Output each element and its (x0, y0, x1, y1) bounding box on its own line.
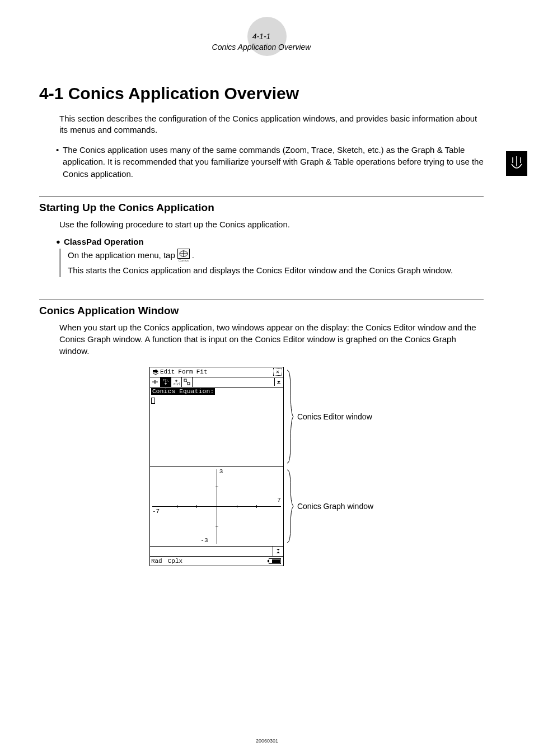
device-exec-button[interactable] (273, 547, 283, 556)
section1-heading: Starting Up the Conics Application (39, 202, 484, 214)
conics-graph-pane[interactable]: 3 7 -7 -3 (150, 467, 283, 547)
header-page-number: 4-1-1 (39, 31, 484, 42)
running-header: 4-1-1 Conics Application Overview (39, 22, 484, 53)
tool-icon-2-selected[interactable]: f(x,y) (161, 377, 171, 387)
device-menubar: Edit Form Fit ✕ (150, 367, 283, 377)
conics-editor-pane[interactable]: Conics Equation: (150, 388, 283, 467)
section2-heading: Conics Application Window (39, 305, 484, 317)
intro-paragraph: This section describes the configuration… (59, 113, 484, 136)
svg-text:x(y): x(y) (174, 382, 180, 385)
menu-fit[interactable]: Fit (196, 368, 208, 375)
proc1-text-b: . (192, 249, 194, 262)
brace-icon (286, 466, 294, 546)
status-mode-cplx: Cplx (168, 558, 182, 564)
device-screenshot: Edit Form Fit ✕ f(x,y) x(y) Conics Equat… (149, 367, 284, 566)
main-title: 4-1 Conics Application Overview (39, 84, 484, 103)
axis-tick (216, 526, 218, 526)
callout-graph: Conics Graph window (286, 466, 373, 546)
brace-icon (286, 367, 294, 466)
conics-app-icon-glyph (177, 249, 190, 259)
callout-editor-label: Conics Editor window (297, 412, 372, 421)
graph-label-top: 3 (219, 468, 223, 475)
axis-tick (216, 487, 218, 487)
graph-label-left: -7 (152, 508, 160, 515)
classpad-op-heading: ● ClassPad Operation (56, 237, 484, 246)
tool-icon-4[interactable] (182, 377, 193, 387)
graph-label-bottom: -3 (200, 537, 208, 544)
battery-icon (269, 558, 281, 564)
device-toolbar: f(x,y) x(y) (150, 377, 283, 388)
section-rule-2 (39, 300, 484, 300)
side-tab-icon (506, 151, 527, 176)
device-input-row (150, 547, 283, 557)
op-bullet-icon: ● (56, 237, 64, 246)
callout-graph-label: Conics Graph window (297, 502, 373, 511)
procedure-line-1: On the application menu, tap Conics . (68, 249, 484, 262)
device-screenshot-group: Edit Form Fit ✕ f(x,y) x(y) Conics Equat… (39, 367, 484, 566)
footer-number: 20060301 (256, 738, 278, 744)
conics-app-icon-label: Conics (179, 259, 189, 262)
section-rule (39, 197, 484, 197)
procedure-line-2: This starts the Conics application and d… (68, 264, 484, 277)
device-input-field[interactable] (150, 547, 273, 556)
y-axis (217, 469, 217, 544)
menu-edit[interactable]: Edit (160, 368, 175, 375)
tool-icon-1[interactable] (150, 377, 161, 387)
status-mode-rad: Rad (151, 558, 162, 564)
callout-editor: Conics Editor window (286, 367, 373, 466)
device-status-bar: Rad Cplx (150, 557, 283, 566)
header-running-title: Conics Application Overview (39, 42, 484, 53)
axis-tick (237, 505, 237, 508)
close-icon[interactable]: ✕ (273, 368, 282, 376)
editor-label: Conics Equation: (151, 388, 215, 395)
editor-cursor (151, 398, 155, 404)
svg-rect-9 (188, 382, 190, 385)
svg-rect-8 (184, 379, 186, 381)
tool-icon-3[interactable]: x(y) (171, 377, 182, 387)
procedure-block: On the application menu, tap Conics . Th… (59, 249, 484, 277)
section1-sub: Use the following procedure to start up … (59, 218, 484, 230)
menu-form[interactable]: Form (178, 368, 193, 375)
conics-app-icon: Conics (177, 249, 190, 262)
bullet-text: The Conics application uses many of the … (63, 144, 484, 180)
axis-tick (177, 505, 177, 508)
bullet-dot: • (56, 144, 63, 180)
section2-sub: When you start up the Conics application… (59, 321, 484, 357)
callout-column: Conics Editor window Conics Graph window (286, 367, 373, 566)
proc1-text-a: On the application menu, tap (68, 249, 175, 262)
op-heading-text: ClassPad Operation (64, 237, 144, 246)
axis-tick (256, 505, 257, 508)
svg-text:f(x,y): f(x,y) (163, 379, 169, 382)
app-menu-dropdown-icon[interactable] (151, 368, 160, 375)
axis-tick (196, 505, 197, 508)
bullet-note: • The Conics application uses many of th… (56, 144, 484, 180)
graph-label-right: 7 (277, 497, 281, 503)
toolbar-expand-icon[interactable] (274, 378, 283, 386)
